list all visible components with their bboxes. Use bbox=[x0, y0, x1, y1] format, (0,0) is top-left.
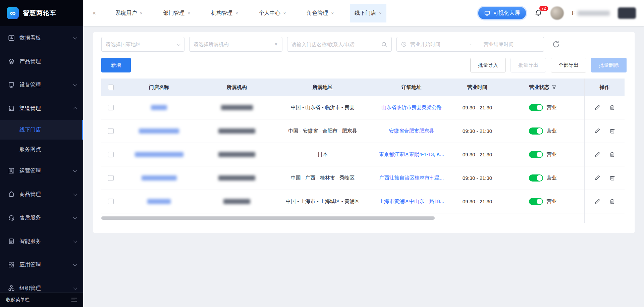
store-address-link[interactable]: 東京都江東区東陽4-1-13, K... bbox=[379, 151, 444, 158]
store-name-redacted[interactable] bbox=[135, 152, 183, 157]
tab-close-icon[interactable]: × bbox=[379, 11, 382, 16]
edit-icon[interactable] bbox=[594, 104, 600, 111]
sidebar-item-label: 智能服务 bbox=[19, 238, 69, 245]
delete-icon[interactable] bbox=[609, 104, 615, 111]
edit-icon[interactable] bbox=[594, 175, 600, 181]
goods-icon bbox=[8, 191, 15, 198]
tab-department-management[interactable]: 部门管理 × bbox=[159, 4, 195, 22]
horizontal-scrollbar-thumb[interactable] bbox=[101, 216, 435, 220]
tab-personal-center[interactable]: 个人中心 × bbox=[254, 4, 291, 22]
sidebar-subitem-label: 服务网点 bbox=[19, 146, 41, 153]
status-label: 营业 bbox=[547, 198, 557, 205]
institution-redacted bbox=[218, 175, 255, 181]
sidebar-item-product-management[interactable]: 产品管理 bbox=[0, 50, 83, 73]
store-address-link[interactable]: 广西壮族自治区桂林市七星... bbox=[379, 175, 444, 181]
sidebar-item-smart-services[interactable]: 智能服务 bbox=[0, 229, 83, 253]
tab-system-users[interactable]: 系统用户 × bbox=[111, 4, 147, 22]
row-checkbox[interactable] bbox=[108, 105, 114, 110]
sidebar-item-device-management[interactable]: 设备管理 bbox=[0, 73, 83, 97]
app-title: 智慧两轮车 bbox=[23, 9, 56, 17]
status-toggle[interactable] bbox=[529, 174, 543, 182]
tab-institution-management[interactable]: 机构管理 × bbox=[206, 4, 243, 22]
store-address-link[interactable]: 安徽省合肥市肥东县 bbox=[389, 128, 434, 134]
store-region: 中国 - 广西 - 桂林市 - 秀峰区 bbox=[276, 175, 370, 181]
sidebar-item-label: 渠道管理 bbox=[19, 105, 69, 112]
filter-funnel-icon[interactable] bbox=[552, 85, 556, 90]
row-checkbox[interactable] bbox=[108, 175, 114, 181]
tab-close-icon[interactable]: × bbox=[188, 11, 191, 16]
row-checkbox[interactable] bbox=[108, 128, 114, 134]
store-address-link[interactable]: 上海市黄浦区中山东一路18... bbox=[379, 198, 444, 205]
tab-close-icon[interactable]: × bbox=[283, 11, 286, 16]
delete-icon[interactable] bbox=[609, 128, 615, 134]
sidebar-item-goods-management[interactable]: 商品管理 bbox=[0, 183, 83, 206]
sidebar-item-service-outlets[interactable]: 服务网点 bbox=[0, 140, 83, 159]
tab-close-icon[interactable]: × bbox=[331, 11, 334, 16]
institution-redacted bbox=[221, 105, 253, 110]
sidebar-item-org-management[interactable]: 组织管理 bbox=[0, 276, 83, 292]
avatar[interactable] bbox=[550, 6, 564, 20]
table-row: 中国 - 广西 - 桂林市 - 秀峰区 广西壮族自治区桂林市七星... 09:3… bbox=[101, 166, 584, 190]
delete-icon[interactable] bbox=[609, 151, 615, 158]
status-toggle[interactable] bbox=[529, 198, 543, 205]
batch-delete-button[interactable]: 批量删除 bbox=[591, 58, 627, 72]
select-all-checkbox[interactable] bbox=[108, 85, 114, 90]
edit-icon[interactable] bbox=[594, 151, 600, 158]
store-name-redacted[interactable] bbox=[139, 129, 179, 134]
header-status-label: 营业状态 bbox=[529, 84, 549, 91]
store-name-redacted[interactable] bbox=[142, 175, 177, 181]
start-time-placeholder[interactable]: 营业开始时间 bbox=[410, 41, 467, 48]
store-name-redacted[interactable] bbox=[147, 199, 171, 204]
close-icon[interactable]: × bbox=[91, 10, 97, 17]
visualization-bigscreen-button[interactable]: 可视化大屏 bbox=[478, 7, 526, 19]
username: F bbox=[572, 10, 610, 16]
sidebar-item-operations-management[interactable]: 运营管理 bbox=[0, 159, 83, 183]
status-toggle[interactable] bbox=[529, 151, 543, 158]
batch-export-button[interactable]: 批量导出 bbox=[511, 58, 546, 72]
sidebar-item-after-sales[interactable]: 售后服务 bbox=[0, 206, 83, 229]
business-hours-range-picker[interactable]: 营业开始时间 - 营业结束时间 bbox=[396, 37, 544, 52]
delete-icon[interactable] bbox=[609, 198, 615, 205]
row-checkbox[interactable] bbox=[108, 152, 114, 157]
store-name-redacted[interactable] bbox=[151, 105, 167, 110]
store-address-link[interactable]: 山东省临沂市费县奥梁公路 bbox=[381, 104, 442, 111]
chevron-down-icon bbox=[73, 168, 77, 172]
org-icon bbox=[8, 285, 15, 292]
status-label: 营业 bbox=[547, 151, 557, 158]
sidebar-item-channel-management[interactable]: 渠道管理 bbox=[0, 97, 83, 120]
horizontal-scrollbar bbox=[101, 213, 584, 223]
sidebar-item-data-dashboard[interactable]: 数据看板 bbox=[0, 26, 83, 50]
notification-bell-icon[interactable]: 72 bbox=[534, 9, 542, 17]
delete-icon[interactable] bbox=[609, 175, 615, 181]
refresh-button[interactable] bbox=[549, 37, 564, 52]
search-input[interactable] bbox=[291, 42, 381, 47]
country-region-select[interactable]: 请选择国家地区 bbox=[101, 37, 184, 52]
status-label: 营业 bbox=[547, 128, 557, 134]
institution-select[interactable]: 请选择所属机构 ▼ bbox=[189, 37, 282, 52]
add-button[interactable]: 新增 bbox=[101, 58, 131, 72]
tab-offline-stores[interactable]: 线下门店 × bbox=[350, 4, 386, 22]
store-table: 门店名称 所属机构 所属地区 详细地址 营业时间 营业状态 bbox=[101, 79, 627, 223]
tab-close-icon[interactable]: × bbox=[140, 11, 143, 16]
status-toggle[interactable] bbox=[529, 104, 543, 111]
row-checkbox[interactable] bbox=[108, 199, 114, 204]
header-status: 营业状态 bbox=[501, 84, 584, 91]
batch-import-button[interactable]: 批量导入 bbox=[470, 58, 506, 72]
header-hours: 营业时间 bbox=[453, 84, 501, 91]
edit-icon[interactable] bbox=[594, 128, 600, 134]
table-header-row: 门店名称 所属机构 所属地区 详细地址 营业时间 营业状态 bbox=[101, 79, 584, 96]
store-search-box bbox=[287, 37, 392, 52]
sidebar-item-app-management[interactable]: 应用管理 bbox=[0, 253, 83, 276]
store-hours: 09:30 - 21:30 bbox=[453, 199, 501, 204]
tab-role-management[interactable]: 角色管理 × bbox=[302, 4, 338, 22]
search-icon[interactable] bbox=[381, 41, 387, 48]
sidebar-item-label: 组织管理 bbox=[19, 285, 69, 292]
collapse-sidebar-button[interactable]: 收起菜单栏 bbox=[0, 292, 83, 307]
tab-close-icon[interactable]: × bbox=[235, 11, 238, 16]
sidebar-item-offline-stores[interactable]: 线下门店 bbox=[0, 120, 83, 140]
export-all-button[interactable]: 全部导出 bbox=[551, 58, 586, 72]
status-toggle[interactable] bbox=[529, 127, 543, 135]
edit-icon[interactable] bbox=[594, 198, 600, 205]
end-time-placeholder[interactable]: 营业结束时间 bbox=[475, 41, 540, 48]
chevron-down-icon bbox=[73, 36, 77, 39]
